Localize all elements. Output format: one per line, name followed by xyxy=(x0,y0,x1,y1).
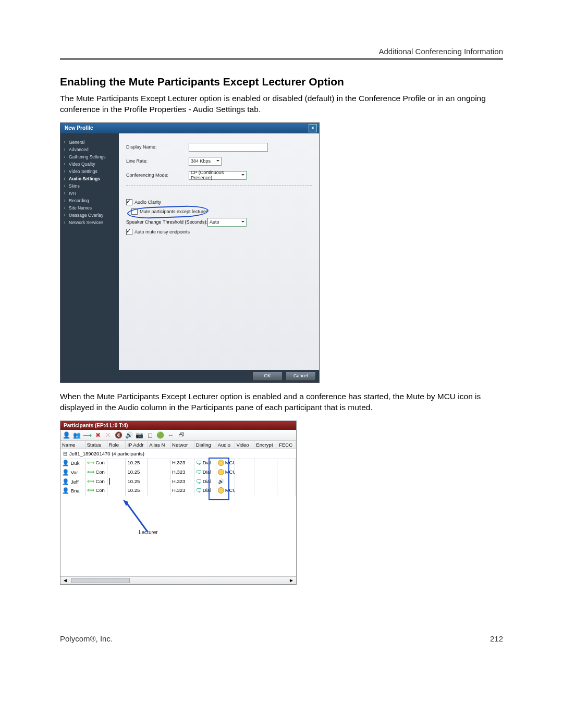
nav-item-ivr[interactable]: IVR xyxy=(64,190,117,197)
remove-icon[interactable]: ⛌ xyxy=(104,431,112,439)
col-role[interactable]: Role xyxy=(107,441,126,449)
header-rule xyxy=(60,58,503,60)
participant-icon: 👤 xyxy=(62,460,69,466)
nav-item-skins[interactable]: Skins xyxy=(64,182,117,190)
participant-row[interactable]: 👤 Duk⟺ Con10.25H.323🗨DialMCU xyxy=(60,459,296,468)
nav-item-network-services[interactable]: Network Services xyxy=(64,219,117,226)
col-enc[interactable]: Encrypt xyxy=(254,441,277,449)
dial-icon: 🗨 xyxy=(196,478,202,485)
connected-icon: ⟺ xyxy=(87,478,94,484)
video-icon[interactable]: 📷 xyxy=(136,431,143,439)
nav-item-site-names[interactable]: Site Names xyxy=(64,204,117,212)
col-net[interactable]: Networ xyxy=(170,441,194,449)
nav-item-video-settings[interactable]: Video Settings xyxy=(64,168,117,175)
pane-body: ⊟ Jeff1_1890201470 (4 participants) 👤 Du… xyxy=(60,449,296,576)
dial-icon: 🗨 xyxy=(196,487,202,493)
dial-icon: 🗨 xyxy=(196,469,202,475)
page-number: 212 xyxy=(490,634,503,643)
conf-mode-select[interactable]: CP (Continuous Presence) xyxy=(189,171,247,180)
mute-except-checkbox[interactable] xyxy=(131,208,138,215)
svg-marker-0 xyxy=(123,500,128,506)
auto-mute-row[interactable]: Auto mute noisy endpoints xyxy=(126,229,312,235)
mute-by-mcu-icon xyxy=(218,487,224,493)
mute-by-mcu-icon xyxy=(218,460,224,466)
nav-item-audio-settings[interactable]: Audio Settings xyxy=(64,175,117,182)
add-participant2-icon[interactable]: 👥 xyxy=(73,431,81,439)
col-name[interactable]: Name xyxy=(60,441,85,449)
grid-header: Name Status Role IP Addr Alias N Networ … xyxy=(60,441,296,449)
auto-mute-checkbox[interactable] xyxy=(126,229,132,235)
second-paragraph: When the Mute Participants Except Lectur… xyxy=(60,391,503,413)
line-rate-select[interactable]: 384 Kbps xyxy=(189,157,222,166)
ok-button[interactable]: OK xyxy=(252,372,283,381)
col-audio[interactable]: Audio xyxy=(216,441,235,449)
nav-item-gathering[interactable]: Gathering Settings xyxy=(64,153,117,161)
dialog-button-bar: OK Cancel xyxy=(60,370,319,382)
dialog-form: Display Name: Line Rate: 384 Kbps Confer… xyxy=(119,133,319,370)
connected-icon: ⟺ xyxy=(87,487,94,493)
col-alias[interactable]: Alias N xyxy=(148,441,170,449)
col-video[interactable]: Video xyxy=(235,441,255,449)
footer-company: Polycom®, Inc. xyxy=(60,634,113,643)
connected-icon: ⟺ xyxy=(87,460,94,465)
dial-icon: 🗨 xyxy=(196,460,202,466)
page-footer: Polycom®, Inc. 212 xyxy=(60,634,503,643)
close-icon[interactable]: x xyxy=(309,124,317,132)
nav-item-general[interactable]: General xyxy=(64,139,117,146)
add-participant-icon[interactable]: 👤 xyxy=(63,431,70,439)
participants-pane: Participants (EP:4 L:0 T:4) 👤 👥 ⟶ ✖ ⛌ 🔇 … xyxy=(60,421,297,585)
nav-item-video-quality[interactable]: Video Quality xyxy=(64,161,117,168)
mute-icon[interactable]: 🔇 xyxy=(115,431,123,439)
mute-except-label: Mute participants except lecturer xyxy=(140,209,207,214)
group-row[interactable]: ⊟ Jeff1_1890201470 (4 participants) xyxy=(60,449,296,459)
form-divider xyxy=(126,185,312,186)
display-name-input[interactable] xyxy=(189,143,268,152)
audio-clarity-label: Audio Clarity xyxy=(134,200,161,205)
threshold-select[interactable]: Auto xyxy=(207,218,247,227)
col-ip[interactable]: IP Addr xyxy=(126,441,148,449)
collapse-icon[interactable]: ⊟ xyxy=(63,451,67,456)
disconnect-icon[interactable]: ✖ xyxy=(94,431,102,439)
dialog-nav: General Advanced Gathering Settings Vide… xyxy=(60,133,119,370)
participant-row[interactable]: 👤 Bria⟺ Con10.25H.323🗨DialMCU xyxy=(60,486,296,496)
page-header: Additional Conferencing Information xyxy=(60,47,503,56)
scroll-thumb[interactable] xyxy=(71,578,130,583)
col-dial[interactable]: Dialing xyxy=(194,441,216,449)
participant-icon: 👤 xyxy=(62,469,69,475)
col-fecc[interactable]: FECC xyxy=(277,441,296,449)
audio-clarity-row[interactable]: Audio Clarity xyxy=(126,199,312,205)
dialog-title: New Profile xyxy=(65,125,93,131)
mute-except-row[interactable]: Mute participants except lecturer xyxy=(131,208,312,215)
participant-row[interactable]: 👤 Jeff⟺ Con10.25H.323🗨Dial🔊 xyxy=(60,477,296,486)
audio-clarity-checkbox[interactable] xyxy=(126,199,132,205)
nav-item-message-overlay[interactable]: Message Overlay xyxy=(64,212,117,219)
speaker-icon: 🔊 xyxy=(218,478,224,484)
participant-icon: 👤 xyxy=(62,487,69,493)
expand-icon[interactable]: 🗗 xyxy=(177,431,185,439)
conf-mode-label: Conferencing Mode: xyxy=(126,172,189,178)
new-profile-dialog: New Profile x General Advanced Gathering… xyxy=(60,122,319,383)
participant-row[interactable]: 👤 Var⟺ Con10.25H.323🗨DialMCU xyxy=(60,468,296,477)
pane-title: Participants (EP:4 L:0 T:4) xyxy=(60,421,296,430)
intro-paragraph: The Mute Participants Except Lecturer op… xyxy=(60,93,503,115)
col-status[interactable]: Status xyxy=(85,441,107,449)
mute-by-mcu-icon xyxy=(218,469,224,475)
unmute-icon[interactable]: 🔊 xyxy=(125,431,133,439)
threshold-label: Speaker Change Threshold (Seconds): xyxy=(126,219,207,225)
display-name-label: Display Name: xyxy=(126,144,189,150)
dialog-title-bar: New Profile x xyxy=(60,123,319,133)
move-icon[interactable]: ↔ xyxy=(167,431,175,439)
connect-icon[interactable]: ⟶ xyxy=(83,431,91,439)
section-heading: Enabling the Mute Participants Except Le… xyxy=(60,76,503,88)
scrollbar[interactable]: ◄ ► xyxy=(60,576,296,584)
group-label: Jeff1_1890201470 (4 participants) xyxy=(69,451,144,456)
participant-icon: 👤 xyxy=(62,478,69,485)
lecturer-icon xyxy=(109,478,110,485)
lecturer-annotation: Lecturer xyxy=(139,529,158,535)
nav-item-recording[interactable]: Recording xyxy=(64,197,117,204)
connected-icon: ⟺ xyxy=(87,469,94,475)
audio-icon[interactable]: 🟢 xyxy=(156,431,164,439)
nav-item-advanced[interactable]: Advanced xyxy=(64,146,117,153)
video-off-icon[interactable]: ◻ xyxy=(146,431,154,439)
cancel-button[interactable]: Cancel xyxy=(286,372,316,381)
